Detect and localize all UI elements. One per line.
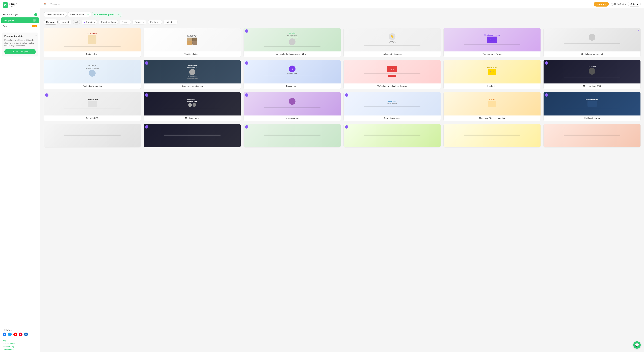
template-card-standup[interactable]: Stand-up Upcoming Stand-up meeting (444, 92, 541, 121)
template-name: Call with CEO (44, 115, 141, 121)
premium-badge-icon: ✦ (245, 125, 248, 129)
chat-button[interactable]: 💬 (633, 341, 641, 349)
template-preview: Help (344, 60, 440, 83)
template-card-holidays[interactable]: ✦ Holidays this year Holidays this year (544, 92, 641, 121)
template-card-meeting[interactable]: ✦ It Was NiceMeeting YouHi Jody Collins!… (144, 60, 241, 89)
home-icon[interactable]: 🏠 (44, 3, 46, 5)
release-notes-link[interactable]: Release Notes (3, 343, 38, 345)
template-preview: Would you beinterested in acontent colla… (44, 60, 141, 83)
template-card-knowproduct[interactable]: 3 Get to know our product (544, 28, 641, 57)
template-card-b6[interactable] (544, 124, 641, 147)
basic-templates-tab[interactable]: Basic templates 35 (68, 12, 91, 17)
basic-tab-label: Basic templates (70, 13, 86, 15)
template-card-digest[interactable]: Monthly Digest🏠 Tips Helpful tips (444, 60, 541, 89)
template-card-b4[interactable]: ✦ (344, 124, 441, 147)
template-name: Purim holiday (44, 51, 141, 57)
linkedin-icon[interactable]: in (24, 333, 28, 336)
filter-all[interactable]: All (73, 20, 80, 24)
template-preview: Stand-up (444, 92, 540, 115)
help-icon: ? (611, 3, 614, 5)
premium-badge: ✦ (545, 93, 548, 97)
follow-us-label: Follow Us (3, 329, 38, 331)
sidebar-item-templates[interactable]: Templates 0 (1, 17, 39, 23)
follow-us-section: Follow Us f t ▶ P in (0, 327, 40, 338)
blog-link[interactable]: Blog (3, 340, 38, 342)
chat-icon: 💬 (635, 343, 639, 347)
template-preview: Holidays this year (544, 92, 640, 115)
premium-badge-icon: ✦ (245, 61, 248, 65)
template-card-callceo[interactable]: ✦ Call with CEO Call with CEO (44, 92, 141, 121)
premium-badge-icon: ✦ (245, 93, 248, 97)
season-chevron-icon: ▾ (143, 21, 144, 23)
template-name: Meet your team (144, 115, 241, 121)
premium-badge: ✦ (45, 93, 48, 97)
filter-relevant[interactable]: Relevant (44, 20, 58, 24)
help-center-link[interactable]: ? Help Center (611, 3, 626, 5)
saved-tab-count: 0 (64, 13, 64, 15)
order-template-button[interactable]: Order the template (4, 49, 36, 54)
facebook-icon[interactable]: f (3, 333, 6, 336)
template-card-passover[interactable]: PASSOVER Traditional dishes (144, 28, 241, 57)
privacy-policy-link[interactable]: Privacy Policy (3, 346, 38, 348)
template-preview: Time Saving Software★ Software (444, 28, 540, 51)
premium-badge: ✦ (245, 93, 248, 97)
filter-newest[interactable]: Newest (59, 20, 71, 24)
template-card-b2[interactable]: ✦ (144, 124, 241, 147)
filter-bar: Relevant Newest All ● Premium Free templ… (44, 20, 641, 24)
data-label: Data (3, 25, 7, 27)
filter-premium[interactable]: ● Premium (82, 20, 97, 24)
template-preview: Referral Week→Current vacancies (344, 92, 440, 115)
template-card-timesaving[interactable]: Time Saving Software★ Software Time savi… (444, 28, 541, 57)
logo-text: Stripo .email (10, 3, 17, 7)
prepared-tab-count: 1284 (116, 13, 120, 15)
filter-type[interactable]: Type ▾ (120, 20, 131, 24)
template-card-demo[interactable]: ✦ AHi Joseph Lee ● Book a demo (244, 60, 341, 89)
template-card-hello[interactable]: ✦ Hello everybody (244, 92, 341, 121)
upgrade-button[interactable]: Upgrade (594, 2, 609, 6)
template-name: Upcoming Stand-up meeting (444, 115, 540, 121)
premium-badge: ✦ (245, 125, 248, 129)
user-chevron-icon: ▾ (637, 3, 638, 5)
logo-icon (3, 2, 8, 8)
template-card-b1[interactable] (44, 124, 141, 147)
template-card-content[interactable]: Would you beinterested in acontent colla… (44, 60, 141, 89)
user-menu-button[interactable]: Stripo ▾ (628, 2, 641, 6)
template-card-vacancy[interactable]: ✦ Referral Week→Current vacancies Curren… (344, 92, 441, 121)
youtube-icon[interactable]: ▶ (14, 333, 17, 336)
template-card-b3[interactable]: ✦ (244, 124, 341, 147)
prepared-templates-tab[interactable]: Prepared templates 1284 (92, 12, 122, 17)
template-card-blog[interactable]: ✦ Our BlogWe would like tocooperate with… (244, 28, 341, 57)
sidebar-item-email-messages[interactable]: Email Messages 2 (0, 11, 40, 17)
personal-template-card: × Personal template Expand your working … (2, 32, 38, 56)
template-card-purim[interactable]: ✿ Purim ✿ Purim holiday (44, 28, 141, 57)
template-name: It was nice meeting you (144, 83, 241, 89)
sidebar-item-data[interactable]: Data beta (0, 23, 40, 29)
premium-badge-icon: ✦ (345, 93, 348, 97)
template-card-growth[interactable]: ✦ Our Growth Message from CEO (544, 60, 641, 89)
personal-template-close[interactable]: × (36, 34, 37, 36)
pinterest-icon[interactable]: P (19, 333, 22, 336)
premium-badge-icon: ✦ (45, 93, 48, 97)
template-card-b5[interactable] (444, 124, 541, 147)
header-right: Upgrade ? Help Center Stripo ▾ (594, 2, 641, 6)
template-name: Get to know our product (544, 51, 640, 57)
filter-season[interactable]: Season ▾ (132, 20, 146, 24)
template-card-help[interactable]: Help We're here to help along the way (344, 60, 441, 89)
header: 🏠 → Templates Upgrade ? Help Center Stri… (40, 0, 644, 8)
template-card-10min[interactable]: 👋I only need10 minutes! I only need 10 m… (344, 28, 441, 57)
template-card-teamdark[interactable]: ✦ Welcometo team Dale Meet your team (144, 92, 241, 121)
terms-of-use-link[interactable]: Terms of Use (3, 349, 38, 351)
filter-free[interactable]: Free templates (98, 20, 118, 24)
filter-feature[interactable]: Feature ▾ (148, 20, 162, 24)
premium-badge-icon: ✦ (145, 93, 148, 97)
data-badge: beta (32, 25, 38, 27)
template-preview (244, 92, 340, 115)
sidebar-nav: Email Messages 2 Templates 0 Data beta (0, 10, 40, 30)
template-name: We would like to cooperate with you (244, 51, 340, 57)
twitter-icon[interactable]: t (8, 333, 12, 336)
industry-chevron-icon: ▾ (174, 21, 175, 23)
filter-industry[interactable]: Industry ▾ (163, 20, 178, 24)
saved-templates-tab[interactable]: Saved templates 0 (44, 12, 67, 17)
breadcrumb: 🏠 → Templates (44, 3, 60, 5)
premium-badge-icon: ✦ (545, 93, 548, 97)
